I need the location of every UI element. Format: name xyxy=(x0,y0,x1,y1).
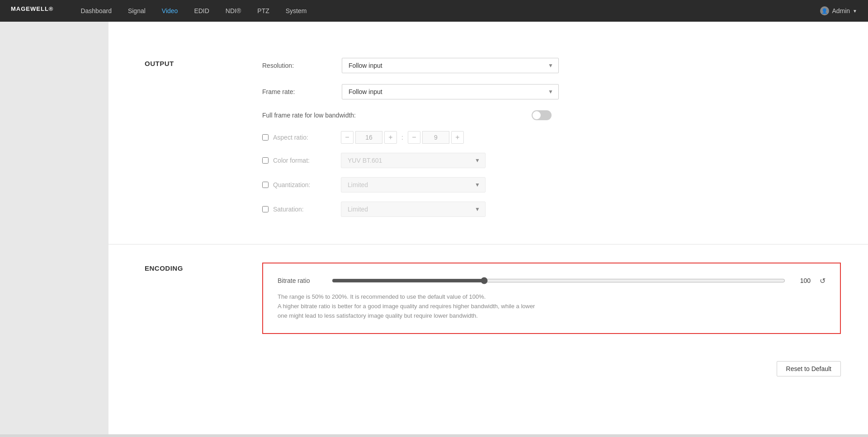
navbar: MAGEWELL® Dashboard Signal Video EDID ND… xyxy=(0,0,868,22)
footer-actions: Reset to Default xyxy=(145,352,841,395)
color-format-checkbox[interactable] xyxy=(262,157,269,164)
nav-ndi[interactable]: NDI® xyxy=(226,7,241,14)
framerate-select[interactable]: Follow input xyxy=(342,84,559,99)
bitrate-desc-1: The range is 50% to 200%. It is recommen… xyxy=(278,293,486,300)
page-footer: © 2018 - 2020, Nanjing Magewell Electron… xyxy=(0,434,868,437)
user-menu[interactable]: 👤 Admin ▼ xyxy=(820,6,857,15)
aspect-ratio-checkbox[interactable] xyxy=(262,134,269,141)
output-body: Resolution: Follow input ▼ Frame rate: xyxy=(262,58,841,226)
bitrate-row: Bitrate ratio 100 ↺ xyxy=(278,276,826,285)
bitrate-reset-button[interactable]: ↺ xyxy=(820,277,826,285)
aspect-ratio-row: Aspect ratio: − + : − + xyxy=(262,131,841,144)
saturation-row: Saturation: Limited ▼ xyxy=(262,202,841,217)
resolution-select-wrapper: Follow input ▼ xyxy=(342,58,559,73)
encoding-body: Bitrate ratio 100 ↺ The range is 50% to … xyxy=(262,263,841,334)
nav-signal[interactable]: Signal xyxy=(128,7,146,14)
aspect-h-input[interactable] xyxy=(422,131,449,144)
nav-edid[interactable]: EDID xyxy=(194,7,209,14)
bitrate-label: Bitrate ratio xyxy=(278,277,323,284)
user-dropdown-icon: ▼ xyxy=(853,9,857,14)
framerate-label: Frame rate: xyxy=(262,88,335,95)
saturation-label: Saturation: xyxy=(273,206,336,213)
brand-logo: MAGEWELL® xyxy=(11,5,53,16)
sidebar xyxy=(0,22,108,434)
aspect-w-decrement[interactable]: − xyxy=(341,131,354,144)
framerate-row: Frame rate: Follow input ▼ xyxy=(262,84,841,99)
aspect-w-stepper: − + xyxy=(341,131,397,144)
bitrate-desc-3: one might lead to less satisfactory imag… xyxy=(278,312,478,319)
aspect-h-increment[interactable]: + xyxy=(451,131,464,144)
resolution-label: Resolution: xyxy=(262,62,335,69)
aspect-ratio-fields: − + : − + xyxy=(341,131,841,144)
main-content: OUTPUT Resolution: Follow input ▼ xyxy=(108,22,868,434)
encoding-box: Bitrate ratio 100 ↺ The range is 50% to … xyxy=(262,263,841,334)
page-wrapper: OUTPUT Resolution: Follow input ▼ xyxy=(0,22,868,434)
quantization-select[interactable]: Limited xyxy=(341,177,486,193)
saturation-checkbox[interactable] xyxy=(262,206,269,212)
toggle-slider xyxy=(532,110,552,120)
nav-video[interactable]: Video xyxy=(162,7,178,14)
output-title: OUTPUT xyxy=(145,58,244,226)
full-framerate-row: Full frame rate for low bandwidth: xyxy=(262,110,552,120)
nav-ptz[interactable]: PTZ xyxy=(257,7,269,14)
bitrate-slider[interactable] xyxy=(332,277,785,284)
output-layout: OUTPUT Resolution: Follow input ▼ xyxy=(145,40,841,244)
aspect-h-stepper: − + xyxy=(408,131,464,144)
brand-trademark: ® xyxy=(49,5,54,12)
resolution-row: Resolution: Follow input ▼ xyxy=(262,58,841,73)
bitrate-value: 100 xyxy=(794,277,811,284)
saturation-select-wrapper: Limited ▼ xyxy=(341,202,486,217)
color-format-select-wrapper: YUV BT.601 ▼ xyxy=(341,153,486,168)
quantization-checkbox[interactable] xyxy=(262,182,269,188)
framerate-select-wrapper: Follow input ▼ xyxy=(342,84,559,99)
aspect-ratio-label: Aspect ratio: xyxy=(273,134,336,141)
full-framerate-label: Full frame rate for low bandwidth: xyxy=(262,112,356,119)
aspect-w-input[interactable] xyxy=(355,131,382,144)
resolution-select[interactable]: Follow input xyxy=(342,58,559,73)
brand-name: MAGEWELL xyxy=(11,5,49,12)
saturation-select[interactable]: Limited xyxy=(341,202,486,217)
encoding-layout: ENCODING Bitrate ratio 100 ↺ The range xyxy=(145,244,841,352)
quantization-row: Quantization: Limited ▼ xyxy=(262,177,841,193)
bitrate-desc-2: A higher bitrate ratio is better for a g… xyxy=(278,303,535,310)
output-section: OUTPUT Resolution: Follow input ▼ xyxy=(145,40,841,395)
encoding-title: ENCODING xyxy=(145,263,244,334)
color-format-select[interactable]: YUV BT.601 xyxy=(341,153,486,168)
nav-system[interactable]: System xyxy=(286,7,307,14)
bitrate-desc: The range is 50% to 200%. It is recommen… xyxy=(278,292,826,320)
quantization-label: Quantization: xyxy=(273,181,336,188)
aspect-separator: : xyxy=(400,134,405,141)
full-framerate-toggle[interactable] xyxy=(532,110,552,120)
nav-links: Dashboard Signal Video EDID NDI® PTZ Sys… xyxy=(80,7,820,14)
aspect-h-decrement[interactable]: − xyxy=(408,131,420,144)
color-format-row: Color format: YUV BT.601 ▼ xyxy=(262,153,841,168)
nav-dashboard[interactable]: Dashboard xyxy=(80,7,112,14)
user-avatar: 👤 xyxy=(820,6,829,15)
bitrate-slider-wrapper xyxy=(332,276,785,285)
reset-button[interactable]: Reset to Default xyxy=(777,361,841,376)
aspect-w-increment[interactable]: + xyxy=(384,131,397,144)
color-format-label: Color format: xyxy=(273,157,336,164)
quantization-select-wrapper: Limited ▼ xyxy=(341,177,486,193)
user-name: Admin xyxy=(832,7,850,14)
